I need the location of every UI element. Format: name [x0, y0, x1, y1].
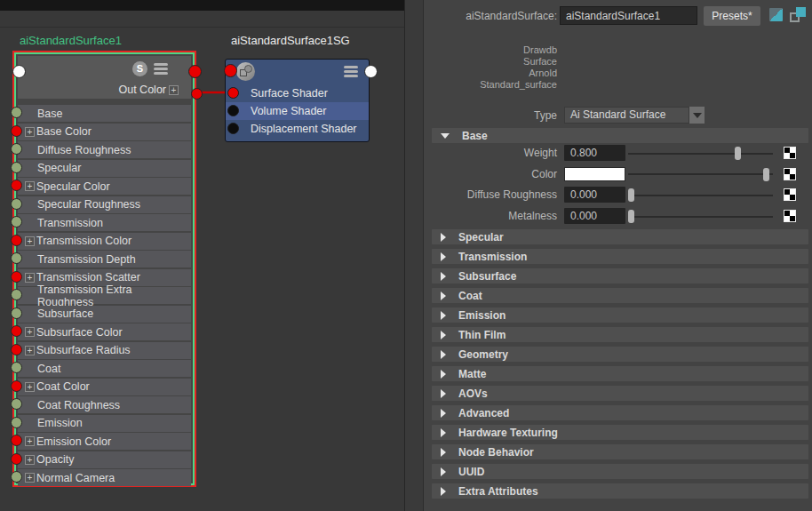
parameter-slider[interactable] [628, 166, 773, 183]
section-header-geometry[interactable]: Geometry [432, 347, 808, 362]
node-attr-row[interactable]: Transmission Depth [18, 251, 191, 267]
expand-plus-icon[interactable]: + [25, 382, 35, 392]
node-input-port[interactable] [12, 65, 26, 78]
section-header-thin-film[interactable]: Thin Film [432, 327, 808, 342]
out-color-row[interactable]: Out Color + [18, 81, 191, 99]
node-attr-row[interactable]: + Base Color [18, 124, 191, 140]
slot-port[interactable] [227, 123, 239, 134]
attr-port[interactable] [11, 252, 22, 264]
material-swatch-icon[interactable] [769, 8, 783, 21]
section-header-uuid[interactable]: UUID [432, 464, 808, 479]
out-color-port[interactable] [191, 88, 203, 100]
shading-group-header[interactable] [226, 60, 369, 84]
node-attr-row[interactable]: + Specular Color [18, 178, 191, 195]
slider-handle[interactable] [763, 168, 769, 181]
attr-port[interactable] [11, 307, 22, 319]
attr-port[interactable] [11, 198, 22, 210]
expand-plus-icon[interactable]: + [25, 346, 35, 355]
shader-slot-row[interactable]: Volume Shader [226, 102, 369, 120]
node-attr-row[interactable]: + Emission Color [18, 433, 191, 450]
surface-node-header[interactable]: S [18, 56, 191, 81]
attr-port[interactable] [11, 271, 22, 283]
node-attr-row[interactable]: + Transmission Color [18, 233, 191, 250]
dropdown-arrow-button[interactable] [689, 107, 705, 124]
section-header-transmission[interactable]: Transmission [432, 249, 808, 264]
node-attr-row[interactable]: Coat [18, 360, 191, 377]
section-header-node-behavior[interactable]: Node Behavior [432, 444, 808, 459]
panel-divider[interactable] [404, 0, 424, 511]
slot-port[interactable] [227, 105, 239, 116]
section-header-advanced[interactable]: Advanced [432, 405, 808, 420]
node-attr-row[interactable]: Specular Roughness [18, 196, 191, 213]
node-attr-row[interactable]: + Subsurface Radius [18, 342, 191, 359]
color-swatch[interactable] [564, 167, 625, 181]
hamburger-icon[interactable] [344, 66, 358, 77]
sg-input-port[interactable] [224, 64, 237, 77]
node-attr-row[interactable]: Coat Roughness [18, 396, 191, 413]
section-header-matte[interactable]: Matte [432, 366, 808, 381]
expand-plus-icon[interactable]: + [25, 473, 35, 483]
slider-handle[interactable] [628, 210, 634, 223]
attr-port[interactable] [11, 362, 22, 373]
surface-node[interactable]: S Out Color + Base + Base Color Diffuse … [12, 51, 196, 487]
shader-slot-row[interactable]: Surface Shader [226, 84, 369, 102]
texture-map-checker-icon[interactable] [784, 210, 796, 222]
texture-map-checker-icon[interactable] [784, 188, 796, 201]
copy-tab-icon[interactable] [790, 7, 806, 22]
expand-plus-icon[interactable]: + [25, 127, 35, 137]
slider-handle[interactable] [628, 188, 634, 202]
node-attr-row[interactable]: Base [18, 105, 191, 122]
parameter-value-field[interactable]: 0.000 [564, 187, 625, 203]
attr-port[interactable] [11, 289, 22, 300]
node-attr-row[interactable]: + Normal Camera [18, 469, 191, 486]
node-output-port[interactable] [188, 65, 202, 78]
node-attr-row[interactable]: Transmission Extra Roughness [18, 287, 191, 304]
texture-map-checker-icon[interactable] [784, 147, 796, 159]
attr-port[interactable] [11, 125, 22, 137]
shading-group-node[interactable]: Surface Shader Volume Shader Displacemen… [225, 59, 370, 142]
parameter-value-field[interactable]: 0.000 [564, 208, 625, 224]
expand-plus-icon[interactable]: + [25, 455, 35, 465]
expand-plus-icon[interactable]: + [25, 436, 35, 446]
parameter-value-field[interactable]: 0.800 [564, 145, 625, 161]
expand-plus-icon[interactable]: + [25, 327, 35, 337]
section-header-extra-attributes[interactable]: Extra Attributes [432, 483, 808, 499]
node-attr-row[interactable]: + Subsurface Color [18, 323, 191, 340]
section-header-aovs[interactable]: AOVs [432, 386, 808, 401]
texture-map-checker-icon[interactable] [784, 168, 796, 180]
section-header-specular[interactable]: Specular [432, 229, 808, 244]
hamburger-icon[interactable] [154, 63, 168, 75]
section-header-subsurface[interactable]: Subsurface [432, 268, 808, 283]
attr-port[interactable] [11, 162, 22, 173]
node-attr-row[interactable]: Emission [18, 415, 191, 432]
node-attr-row[interactable]: Transmission [18, 214, 191, 231]
node-attr-row[interactable]: Specular [18, 160, 191, 177]
attr-port[interactable] [11, 471, 22, 483]
section-header-base[interactable]: Base [432, 128, 808, 143]
section-header-emission[interactable]: Emission [432, 307, 808, 323]
node-attr-row[interactable]: + Coat Color [18, 379, 191, 395]
attr-port[interactable] [11, 417, 22, 428]
section-header-hardware-texturing[interactable]: Hardware Texturing [432, 425, 808, 440]
slider-handle[interactable] [735, 147, 741, 160]
slot-port[interactable] [227, 87, 239, 99]
presets-button[interactable]: Presets* [704, 6, 760, 26]
parameter-slider[interactable] [628, 187, 773, 204]
attr-port[interactable] [11, 235, 22, 246]
parameter-slider[interactable] [628, 145, 773, 162]
attr-port[interactable] [11, 344, 22, 355]
type-dropdown[interactable]: Ai Standard Surface [564, 107, 689, 124]
expand-plus-icon[interactable]: + [169, 85, 179, 95]
expand-plus-icon[interactable]: + [25, 181, 35, 191]
attr-port[interactable] [11, 216, 22, 228]
parameter-slider[interactable] [628, 208, 773, 225]
attr-port[interactable] [11, 398, 22, 410]
attr-port[interactable] [11, 453, 22, 465]
attr-port[interactable] [11, 380, 22, 392]
attr-port[interactable] [11, 180, 22, 191]
attr-port[interactable] [11, 325, 22, 337]
node-attr-row[interactable]: + Opacity [18, 451, 191, 468]
node-attr-row[interactable]: Diffuse Roughness [18, 141, 191, 158]
sg-output-port[interactable] [364, 65, 378, 78]
attr-port[interactable] [11, 143, 22, 155]
